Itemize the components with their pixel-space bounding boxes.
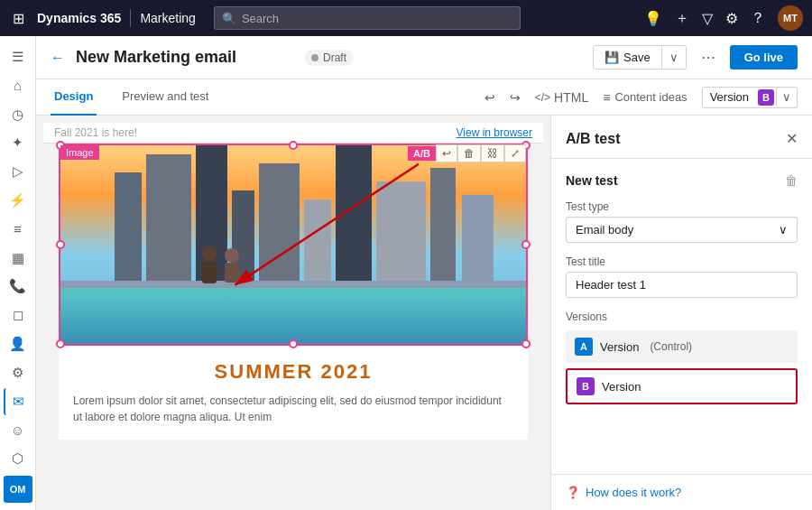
sidebar-item-recent[interactable]: ◷ xyxy=(4,101,32,128)
scene-image xyxy=(60,145,526,344)
ab-panel-body: New test 🗑 Test type Email body ∨ Test t… xyxy=(551,159,812,431)
resize-handle-br[interactable] xyxy=(521,339,531,348)
resize-handle-tm[interactable] xyxy=(289,141,298,150)
module-name: Marketing xyxy=(140,11,195,25)
sidebar-item-forms[interactable]: ⬡ xyxy=(4,445,32,472)
grid-icon[interactable]: ⊞ xyxy=(9,6,28,31)
delete-test-button[interactable]: 🗑 xyxy=(785,173,798,188)
sidebar-item-home[interactable]: ⌂ xyxy=(4,72,32,99)
resize-handle-bl[interactable] xyxy=(56,339,65,348)
sidebar-item-contacts[interactable]: ≡ xyxy=(4,216,32,243)
version-a-badge: A xyxy=(575,338,593,356)
nav-divider xyxy=(130,9,131,27)
trash-icon[interactable]: 🗑 xyxy=(457,144,481,162)
main-split: Fall 2021 is here! View in browser Image… xyxy=(36,116,812,510)
svg-point-2 xyxy=(225,248,239,263)
pool-water xyxy=(60,288,526,344)
save-button[interactable]: 💾 Save ∨ xyxy=(593,45,687,70)
toolbar-actions: ↩ ↪ </> HTML ≡ Content ideas Version B ∨ xyxy=(484,87,798,108)
redo-button[interactable]: ↪ xyxy=(510,90,521,105)
building-10 xyxy=(462,195,494,281)
page-title: New Marketing email xyxy=(76,48,293,67)
version-a-row[interactable]: A Version (Control) xyxy=(566,330,798,363)
tab-preview[interactable]: Preview and test xyxy=(118,79,212,116)
email-canvas: Fall 2021 is here! View in browser Image… xyxy=(36,116,550,510)
sidebar-item-settings[interactable]: ⚙ xyxy=(4,359,32,386)
sidebar-item-menu[interactable]: ☰ xyxy=(4,43,32,70)
add-icon[interactable]: ＋ xyxy=(675,9,689,28)
return-icon[interactable]: ↩ xyxy=(436,144,457,162)
draft-label: Draft xyxy=(323,51,346,64)
version-chevron-icon[interactable]: ∨ xyxy=(776,88,797,107)
how-it-works-text: How does it work? xyxy=(586,486,681,499)
sidebar-item-email[interactable]: ✉ xyxy=(4,388,32,415)
code-icon: </> xyxy=(535,91,550,104)
ab-close-button[interactable]: ✕ xyxy=(786,130,798,147)
test-title-field: Test title xyxy=(566,255,798,298)
sidebar-item-segment[interactable]: ◻ xyxy=(4,301,32,329)
sidebar-item-play[interactable]: ▷ xyxy=(4,158,32,185)
html-button[interactable]: </> HTML xyxy=(535,90,588,105)
building-5 xyxy=(259,163,300,281)
question-circle-icon: ❓ xyxy=(566,486,580,499)
test-title-input[interactable] xyxy=(566,272,798,298)
version-selector[interactable]: Version B ∨ xyxy=(702,87,798,108)
save-main[interactable]: 💾 Save xyxy=(594,46,661,69)
versions-field: Versions A Version (Control) B Version xyxy=(566,311,798,404)
link-icon[interactable]: ⛓ xyxy=(481,144,504,162)
test-title-label: Test title xyxy=(566,255,798,268)
test-type-chevron-icon: ∨ xyxy=(779,223,788,236)
tab-design[interactable]: Design xyxy=(51,79,97,116)
sidebar-item-calendar[interactable]: ▦ xyxy=(4,245,32,272)
search-input[interactable] xyxy=(242,12,512,25)
resize-handle-mr[interactable] xyxy=(521,240,531,249)
lightbulb-icon[interactable]: 💡 xyxy=(644,10,662,27)
content-ideas-button[interactable]: ≡ Content ideas xyxy=(603,90,687,105)
image-block[interactable]: Image A/B ↩ 🗑 ⛓ ⤢ xyxy=(59,144,528,346)
header-bar: ← New Marketing email Draft 💾 Save ∨ ⋯ G… xyxy=(36,36,812,79)
building-6 xyxy=(304,199,331,281)
filter-icon[interactable]: ▽ xyxy=(702,10,713,27)
expand-icon[interactable]: ⤢ xyxy=(504,144,526,162)
how-it-works-link[interactable]: ❓ How does it work? xyxy=(551,474,812,510)
test-type-select[interactable]: Email body ∨ xyxy=(566,217,798,243)
building-9 xyxy=(430,168,456,281)
tabs-bar: Design Preview and test ↩ ↪ </> HTML ≡ C… xyxy=(36,79,812,116)
sidebar-item-om[interactable]: OM xyxy=(4,476,32,503)
search-bar[interactable]: 🔍 xyxy=(214,6,521,30)
sidebar-item-marketing[interactable]: ⚡ xyxy=(4,187,32,214)
search-icon: 🔍 xyxy=(222,12,236,25)
version-b-row[interactable]: B Version xyxy=(566,368,798,404)
sidebar-item-favorites[interactable]: ✦ xyxy=(4,129,32,156)
svg-rect-3 xyxy=(225,263,239,283)
ab-badge[interactable]: A/B xyxy=(408,146,436,161)
undo-button[interactable]: ↩ xyxy=(484,90,495,105)
topbar: ⊞ Dynamics 365 Marketing 🔍 💡 ＋ ▽ ⚙ ？ MT xyxy=(0,0,812,36)
settings-icon[interactable]: ⚙ xyxy=(725,10,738,27)
preview-text: Fall 2021 is here! xyxy=(54,126,137,139)
golive-button[interactable]: Go live xyxy=(730,45,798,70)
ab-panel-title: A/B test xyxy=(566,131,620,147)
brand-name: Dynamics 365 xyxy=(37,11,121,25)
new-test-label: New test xyxy=(566,173,618,188)
header-actions: 💾 Save ∨ ⋯ Go live xyxy=(593,44,798,70)
version-a-text: Version xyxy=(600,340,639,354)
sidebar-item-social[interactable]: ☺ xyxy=(4,417,32,444)
summer-title: SUMMER 2021 xyxy=(73,360,513,384)
sidebar-item-account[interactable]: 👤 xyxy=(4,330,32,357)
test-type-field: Test type Email body ∨ xyxy=(566,200,798,243)
view-in-browser-link[interactable]: View in browser xyxy=(457,126,532,139)
resize-handle-ml[interactable] xyxy=(56,240,65,249)
user-avatar[interactable]: MT xyxy=(778,5,803,31)
people-silhouette xyxy=(187,236,259,290)
ab-toolbar: A/B ↩ 🗑 ⛓ ⤢ xyxy=(408,144,526,162)
back-button[interactable]: ← xyxy=(51,50,65,66)
sidebar-item-phone[interactable]: 📞 xyxy=(4,274,32,301)
lorem-text: Lorem ipsum dolor sit amet, consectetur … xyxy=(73,393,513,425)
more-options-button[interactable]: ⋯ xyxy=(694,44,723,70)
version-a-control-tag: (Control) xyxy=(650,340,692,353)
save-dropdown[interactable]: ∨ xyxy=(661,46,686,69)
help-icon[interactable]: ？ xyxy=(751,9,765,28)
resize-handle-bm[interactable] xyxy=(289,339,298,348)
ab-section-header: New test 🗑 xyxy=(566,173,798,188)
